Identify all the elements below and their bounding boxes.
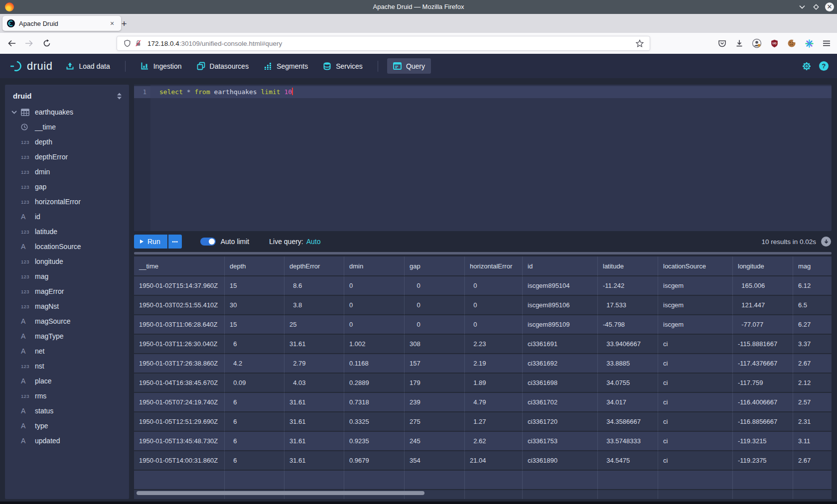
cell-depthError[interactable]: 31.61 — [284, 393, 344, 412]
run-more-button[interactable]: ••• — [168, 235, 182, 249]
cell-dmin[interactable]: 0.9679 — [344, 451, 405, 471]
cell-dmin[interactable]: 0.9235 — [344, 432, 405, 451]
cell-locationSource[interactable]: ci — [658, 412, 733, 432]
cell-__time[interactable] — [134, 471, 225, 490]
cell-locationSource[interactable]: ci — [658, 451, 733, 471]
cell-dmin[interactable]: 0 — [344, 315, 405, 335]
column-header-gap[interactable]: gap — [405, 256, 465, 276]
cell-__time[interactable]: 1950-01-02T15:14:37.960Z — [134, 276, 225, 296]
cell-depthError[interactable]: 8.6 — [284, 276, 344, 296]
cell-horizontalError[interactable]: 2.23 — [465, 335, 523, 354]
cell-__time[interactable]: 1950-01-03T11:26:30.040Z — [134, 335, 225, 354]
cell-gap[interactable]: 179 — [405, 374, 465, 393]
cell-depthError[interactable]: 3.8 — [284, 296, 344, 315]
cell-horizontalError[interactable]: 4.79 — [465, 393, 523, 412]
cell-longitude[interactable]: -117.4376667 — [733, 354, 793, 374]
sidebar-column-locationSource[interactable]: AlocationSource — [5, 239, 129, 254]
window-maximize-button[interactable] — [811, 2, 821, 12]
cell-longitude[interactable]: -116.4006667 — [733, 393, 793, 412]
sidebar-column-gap[interactable]: 123gap — [5, 179, 129, 194]
cell-latitude[interactable] — [598, 490, 658, 499]
settings-gear-icon[interactable] — [802, 61, 812, 71]
sidebar-column-latitude[interactable]: 123latitude — [5, 224, 129, 239]
panel-resize-divider[interactable] — [134, 252, 832, 254]
cell-latitude[interactable]: -45.798 — [598, 315, 658, 335]
horizontal-scrollbar[interactable] — [137, 491, 424, 495]
extension-asterisk-icon[interactable] — [804, 38, 815, 49]
reload-button[interactable] — [40, 36, 54, 50]
cell-mag[interactable]: 2.67 — [793, 451, 832, 471]
cell-mag[interactable]: 2.67 — [793, 354, 832, 374]
cell-latitude[interactable] — [598, 471, 658, 490]
pocket-icon[interactable] — [716, 38, 727, 49]
cell-latitude[interactable]: 17.533 — [598, 296, 658, 315]
cell-horizontalError[interactable] — [465, 490, 523, 499]
cell-gap[interactable]: 0 — [405, 296, 465, 315]
sidebar-column-type[interactable]: Atype — [5, 418, 129, 433]
cell-locationSource[interactable]: ci — [658, 374, 733, 393]
cell-horizontalError[interactable] — [465, 471, 523, 490]
cell-longitude[interactable]: -115.8881667 — [733, 335, 793, 354]
cell-gap[interactable]: 239 — [405, 393, 465, 412]
cell-id[interactable] — [523, 471, 598, 490]
cell-mag[interactable]: 6.27 — [793, 315, 832, 335]
downloads-icon[interactable] — [734, 38, 745, 49]
cell-dmin[interactable]: 0.3325 — [344, 412, 405, 432]
cell-horizontalError[interactable]: 0 — [465, 315, 523, 335]
sidebar-column-dmin[interactable]: 123dmin — [5, 164, 129, 179]
cell-longitude[interactable]: -119.3215 — [733, 432, 793, 451]
cell-gap[interactable]: 157 — [405, 354, 465, 374]
cell-dmin[interactable]: 0 — [344, 296, 405, 315]
cell-depth[interactable]: 6 — [225, 335, 284, 354]
cell-id[interactable]: ci3361691 — [523, 335, 598, 354]
cell-locationSource[interactable]: ci — [658, 393, 733, 412]
cell-mag[interactable]: 6.12 — [793, 276, 832, 296]
cell-dmin[interactable]: 0 — [344, 276, 405, 296]
new-tab-button[interactable]: + — [118, 17, 131, 30]
cell-longitude[interactable]: -117.759 — [733, 374, 793, 393]
chevron-down-icon[interactable] — [11, 111, 19, 114]
cell-depthError[interactable] — [284, 471, 344, 490]
sidebar-column-magNst[interactable]: 123magNst — [5, 299, 129, 314]
cell-mag[interactable]: 2.12 — [793, 374, 832, 393]
cell-longitude[interactable]: -116.8856667 — [733, 412, 793, 432]
cell-depthError[interactable]: 25 — [284, 315, 344, 335]
cell-id[interactable]: ci3361720 — [523, 412, 598, 432]
cell-mag[interactable]: 3.11 — [793, 432, 832, 451]
nav-item-services[interactable]: Services — [317, 58, 369, 74]
bookmark-star-icon[interactable] — [634, 38, 645, 49]
sidebar-column-net[interactable]: Anet — [5, 344, 129, 359]
sidebar-column-magError[interactable]: 123magError — [5, 284, 129, 299]
cell-mag[interactable]: 2.31 — [793, 412, 832, 432]
cell-mag[interactable]: 6.5 — [793, 296, 832, 315]
cell-depthError[interactable]: 31.61 — [284, 451, 344, 471]
cell-dmin[interactable]: 0.1168 — [344, 354, 405, 374]
cell-depthError[interactable]: 2.79 — [284, 354, 344, 374]
cell-locationSource[interactable]: iscgem — [658, 276, 733, 296]
column-header-depth[interactable]: depth — [225, 256, 284, 276]
cell-longitude[interactable] — [733, 490, 793, 499]
cell-depthError[interactable]: 31.61 — [284, 432, 344, 451]
sidebar-column-magSource[interactable]: AmagSource — [5, 314, 129, 329]
cell-horizontalError[interactable]: 2.19 — [465, 354, 523, 374]
nav-item-query[interactable]: Query — [387, 58, 431, 74]
cell-latitude[interactable]: 33.9406667 — [598, 335, 658, 354]
sidebar-column-id[interactable]: Aid — [5, 209, 129, 224]
cell-dmin[interactable]: 1.002 — [344, 335, 405, 354]
druid-logo[interactable]: druid — [9, 60, 52, 73]
url-bar[interactable]: 172.18.0.4:30109/unified-console.html#qu… — [117, 36, 650, 51]
cell-depth[interactable]: 6 — [225, 412, 284, 432]
sql-editor[interactable]: 1 select * from earthquakes limit 10 — [134, 85, 832, 231]
column-header-locationSource[interactable]: locationSource — [658, 256, 733, 276]
cell-depth[interactable]: 15 — [225, 276, 284, 296]
run-button[interactable]: Run — [134, 235, 167, 249]
cell-depth[interactable] — [225, 471, 284, 490]
account-icon[interactable] — [751, 38, 762, 49]
sidebar-column-horizontalError[interactable]: 123horizontalError — [5, 194, 129, 209]
cell-latitude[interactable]: -11.242 — [598, 276, 658, 296]
menu-hamburger-icon[interactable] — [821, 38, 832, 49]
cell-locationSource[interactable]: ci — [658, 354, 733, 374]
column-header-id[interactable]: id — [523, 256, 598, 276]
cell-latitude[interactable]: 34.5475 — [598, 451, 658, 471]
cell-gap[interactable]: 0 — [405, 276, 465, 296]
